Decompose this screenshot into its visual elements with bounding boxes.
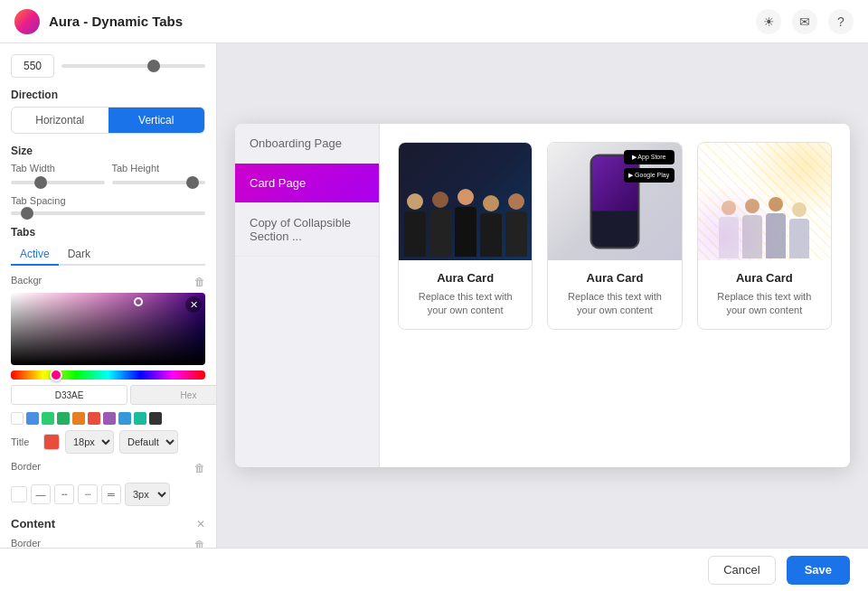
- content-section-header: Content ✕: [11, 517, 205, 530]
- google-play-badge[interactable]: ▶ Google Play: [624, 168, 675, 183]
- title-font-row: Title 18px 14px 16px 20px Default Serif: [11, 430, 205, 454]
- main-canvas: Onboarding Page Card Page Copy of Collap…: [217, 43, 868, 548]
- color-inputs-row: [11, 385, 205, 405]
- tab-width-thumb[interactable]: [34, 176, 47, 189]
- person-body-3: [455, 207, 476, 257]
- border-btn-2[interactable]: ╌: [54, 484, 74, 504]
- bottom-bar: Cancel Save: [0, 548, 868, 591]
- hue-thumb[interactable]: [50, 369, 62, 381]
- tab-height-thumb[interactable]: [186, 176, 199, 189]
- card-1-body: Aura Card Replace this text with your ow…: [399, 260, 532, 329]
- font-size-select[interactable]: 18px 14px 16px 20px: [65, 430, 114, 454]
- swatch-blue[interactable]: [26, 412, 39, 425]
- border-trash-btn[interactable]: 🗑: [194, 462, 205, 474]
- help-icon[interactable]: ?: [828, 9, 854, 34]
- dark-tab[interactable]: Dark: [59, 244, 99, 266]
- card-3-text: Replace this text with your own content: [709, 290, 820, 318]
- swatch-darkgreen[interactable]: [57, 412, 70, 425]
- size-label: Size: [11, 145, 205, 157]
- size-slider-section: [11, 54, 205, 78]
- swatch-lightblue[interactable]: [118, 412, 131, 425]
- hex-input[interactable]: [11, 385, 127, 405]
- border-btn-4[interactable]: ═: [101, 484, 121, 504]
- font-family-select[interactable]: Default Serif: [119, 430, 178, 454]
- background-label: Backgr: [11, 275, 42, 286]
- tab-spacing-track[interactable]: [11, 211, 205, 215]
- swatch-orange[interactable]: [72, 412, 85, 425]
- swatch-teal[interactable]: [134, 412, 146, 425]
- group-head-4: [792, 202, 807, 217]
- size-sliders: Tab Width Tab Height: [11, 163, 205, 184]
- swatch-purple[interactable]: [103, 412, 116, 425]
- border-btn-1[interactable]: —: [31, 484, 51, 504]
- tab-height-item: Tab Height: [112, 163, 206, 184]
- border-btn-3[interactable]: ┄: [78, 484, 98, 504]
- onboarding-page-item[interactable]: Onboarding Page: [235, 124, 379, 164]
- border-label: Border: [11, 461, 41, 472]
- person-head-2: [432, 192, 448, 208]
- group-head-3: [769, 197, 783, 211]
- person-head-3: [458, 189, 474, 205]
- main-slider-track[interactable]: [61, 64, 205, 68]
- person-head-1: [407, 193, 423, 210]
- group-body-3: [766, 213, 786, 258]
- aura-card-1: Aura Card Replace this text with your ow…: [398, 142, 533, 330]
- active-tab[interactable]: Active: [11, 244, 59, 266]
- border-color-dot[interactable]: [11, 486, 27, 502]
- border-size-select[interactable]: 3px 1px 2px: [125, 483, 170, 506]
- group-person-3: [766, 197, 786, 258]
- cancel-button[interactable]: Cancel: [708, 556, 775, 585]
- save-button[interactable]: Save: [787, 556, 850, 585]
- sun-icon[interactable]: ☀: [756, 9, 781, 34]
- content-trash-btn[interactable]: ✕: [196, 518, 205, 530]
- aura-card-3: Aura Card Replace this text with your ow…: [697, 142, 832, 330]
- swatch-dark[interactable]: [149, 412, 162, 425]
- google-play-text: ▶ Google Play: [628, 172, 669, 179]
- group-row: [698, 143, 831, 260]
- swatch-green[interactable]: [42, 412, 54, 425]
- horizontal-btn[interactable]: Horizontal: [12, 108, 108, 133]
- main-slider-input[interactable]: [11, 54, 54, 78]
- background-trash-btn[interactable]: 🗑: [194, 276, 205, 288]
- person-body-5: [505, 211, 527, 257]
- vertical-btn[interactable]: Vertical: [108, 108, 205, 133]
- person-3: [455, 189, 476, 257]
- cards-area: Aura Card Replace this text with your ow…: [380, 124, 850, 467]
- swatch-white[interactable]: [11, 412, 24, 425]
- direction-label: Direction: [11, 89, 205, 101]
- tabs-label: Tabs: [11, 226, 205, 239]
- color-swatches: [11, 412, 205, 425]
- group-body-2: [742, 215, 762, 258]
- border-icons-row: — ╌ ┄ ═: [31, 484, 121, 504]
- person-head-5: [508, 193, 524, 210]
- group-body-4: [789, 219, 809, 258]
- swatch-red[interactable]: [88, 412, 100, 425]
- color-picker-close[interactable]: ✕: [185, 296, 202, 313]
- direction-section: Direction Horizontal Vertical: [11, 89, 205, 134]
- card-1-image: [399, 143, 532, 260]
- app-store-badges: ▶ App Store ▶ Google Play: [624, 150, 675, 183]
- tabs-section: Tabs Active Dark Backgr 🗑 ✕: [11, 226, 205, 506]
- app-title: Aura - Dynamic Tabs: [49, 14, 756, 29]
- tab-spacing-label: Tab Spacing: [11, 195, 205, 206]
- main-slider-row: [11, 54, 205, 78]
- app-logo: [14, 9, 40, 34]
- main-slider-thumb[interactable]: [147, 60, 160, 72]
- title-color-dot[interactable]: [43, 434, 60, 450]
- tab-height-track[interactable]: [112, 181, 206, 184]
- collapsible-page-item[interactable]: Copy of Collapsible Section ...: [235, 203, 379, 257]
- border-color-row: — ╌ ┄ ═ 3px 1px 2px: [11, 483, 205, 506]
- tab-width-track[interactable]: [11, 181, 105, 184]
- app-store-badge[interactable]: ▶ App Store: [624, 150, 675, 164]
- card-page-item[interactable]: Card Page: [235, 164, 379, 203]
- hex-label-input[interactable]: [130, 385, 217, 405]
- hue-bar[interactable]: [11, 371, 205, 380]
- person-1: [404, 193, 426, 257]
- card-1-title: Aura Card: [410, 271, 521, 285]
- color-picker-area[interactable]: ✕: [11, 293, 205, 365]
- color-picker-dot[interactable]: [134, 297, 143, 306]
- card-2-title: Aura Card: [559, 271, 670, 285]
- tab-spacing-thumb[interactable]: [21, 207, 33, 220]
- tab-height-label: Tab Height: [112, 163, 206, 174]
- mail-icon[interactable]: ✉: [792, 9, 817, 34]
